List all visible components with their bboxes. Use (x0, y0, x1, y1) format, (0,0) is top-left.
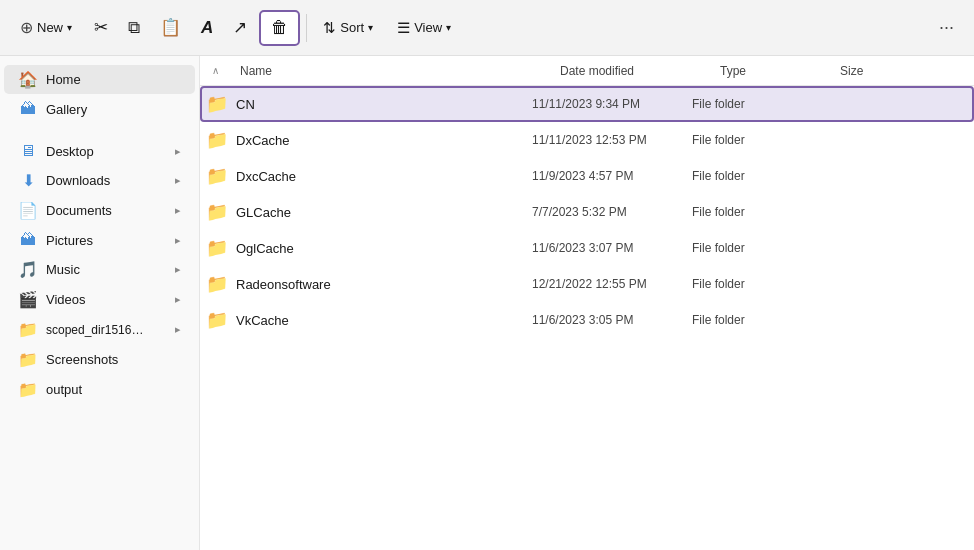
share-icon: ↗ (233, 17, 247, 38)
folder-icon: 📁 (202, 273, 232, 295)
sidebar-item-videos-label: Videos (46, 292, 86, 307)
sort-direction-arrow: ∧ (200, 65, 230, 76)
sidebar-item-gallery[interactable]: 🏔 Gallery (4, 95, 195, 123)
paste-icon: 📋 (160, 17, 181, 38)
view-chevron-icon: ▾ (446, 22, 451, 33)
gallery-icon: 🏔 (18, 100, 38, 118)
paste-button[interactable]: 📋 (152, 11, 189, 44)
column-header-name[interactable]: Name (230, 64, 560, 78)
pictures-pin-icon: ▸ (175, 234, 181, 247)
rename-icon: A (201, 18, 213, 38)
folder-icon: 📁 (202, 309, 232, 331)
cut-icon: ✂ (94, 17, 108, 38)
new-icon: ⊕ (20, 18, 33, 37)
documents-icon: 📄 (18, 201, 38, 220)
desktop-icon: 🖥 (18, 142, 38, 160)
table-row[interactable]: 📁 DxcCache 11/9/2023 4:57 PM File folder (200, 158, 974, 194)
more-button[interactable]: ··· (929, 11, 964, 44)
file-name: DxcCache (232, 169, 532, 184)
downloads-icon: ⬇ (18, 171, 38, 190)
sort-icon: ⇅ (323, 19, 336, 37)
file-name: CN (232, 97, 532, 112)
copy-icon: ⧉ (128, 18, 140, 38)
table-row[interactable]: 📁 DxCache 11/11/2023 12:53 PM File folde… (200, 122, 974, 158)
file-type: File folder (692, 133, 812, 147)
file-date: 12/21/2022 12:55 PM (532, 277, 692, 291)
view-label: View (414, 20, 442, 35)
home-icon: 🏠 (18, 70, 38, 89)
delete-icon: 🗑 (271, 18, 288, 38)
sidebar: 🏠 Home 🏔 Gallery 🖥 Desktop ▸ ⬇ Downloads… (0, 56, 200, 550)
file-date: 11/6/2023 3:07 PM (532, 241, 692, 255)
file-date: 7/7/2023 5:32 PM (532, 205, 692, 219)
output-icon: 📁 (18, 380, 38, 399)
videos-icon: 🎬 (18, 290, 38, 309)
sidebar-item-documents[interactable]: 📄 Documents ▸ (4, 196, 195, 225)
new-chevron-icon: ▾ (67, 22, 72, 33)
sidebar-item-output-label: output (46, 382, 82, 397)
sidebar-item-music[interactable]: 🎵 Music ▸ (4, 255, 195, 284)
sidebar-item-desktop-label: Desktop (46, 144, 94, 159)
file-list: 📁 CN 11/11/2023 9:34 PM File folder 📁 Dx… (200, 86, 974, 550)
file-date: 11/9/2023 4:57 PM (532, 169, 692, 183)
file-type: File folder (692, 277, 812, 291)
file-name: DxCache (232, 133, 532, 148)
sidebar-item-scoped-dir[interactable]: 📁 scoped_dir1516… ▸ (4, 315, 195, 344)
scoped-dir-icon: 📁 (18, 320, 38, 339)
sidebar-item-pictures-label: Pictures (46, 233, 93, 248)
documents-pin-icon: ▸ (175, 204, 181, 217)
sidebar-item-documents-label: Documents (46, 203, 112, 218)
scoped-dir-pin-icon: ▸ (175, 323, 181, 336)
column-header-type[interactable]: Type (720, 64, 840, 78)
sidebar-item-home[interactable]: 🏠 Home (4, 65, 195, 94)
view-button[interactable]: ☰ View ▾ (387, 13, 461, 43)
view-menu-icon: ☰ (397, 19, 410, 37)
column-header-size[interactable]: Size (840, 64, 974, 78)
videos-pin-icon: ▸ (175, 293, 181, 306)
sort-label: Sort (340, 20, 364, 35)
folder-icon: 📁 (202, 201, 232, 223)
share-button[interactable]: ↗ (225, 11, 255, 44)
sidebar-item-screenshots-label: Screenshots (46, 352, 118, 367)
new-label: New (37, 20, 63, 35)
screenshots-icon: 📁 (18, 350, 38, 369)
sidebar-item-videos[interactable]: 🎬 Videos ▸ (4, 285, 195, 314)
new-button[interactable]: ⊕ New ▾ (10, 12, 82, 43)
column-header-date[interactable]: Date modified (560, 64, 720, 78)
file-date: 11/11/2023 12:53 PM (532, 133, 692, 147)
file-date: 11/6/2023 3:05 PM (532, 313, 692, 327)
toolbar: ⊕ New ▾ ✂ ⧉ 📋 A ↗ 🗑 ⇅ Sort ▾ ☰ View ▾ ··… (0, 0, 974, 56)
table-row[interactable]: 📁 VkCache 11/6/2023 3:05 PM File folder (200, 302, 974, 338)
file-name: Radeonsoftware (232, 277, 532, 292)
sidebar-item-screenshots[interactable]: 📁 Screenshots (4, 345, 195, 374)
file-date: 11/11/2023 9:34 PM (532, 97, 692, 111)
table-row[interactable]: 📁 Radeonsoftware 12/21/2022 12:55 PM Fil… (200, 266, 974, 302)
column-header-row: ∧ Name Date modified Type Size (200, 56, 974, 86)
sort-button[interactable]: ⇅ Sort ▾ (313, 13, 383, 43)
sidebar-item-desktop[interactable]: 🖥 Desktop ▸ (4, 137, 195, 165)
folder-icon: 📁 (202, 165, 232, 187)
sidebar-item-output[interactable]: 📁 output (4, 375, 195, 404)
table-row[interactable]: 📁 OglCache 11/6/2023 3:07 PM File folder (200, 230, 974, 266)
file-type: File folder (692, 313, 812, 327)
folder-icon: 📁 (202, 93, 232, 115)
file-type: File folder (692, 169, 812, 183)
music-pin-icon: ▸ (175, 263, 181, 276)
file-name: GLCache (232, 205, 532, 220)
sidebar-item-downloads[interactable]: ⬇ Downloads ▸ (4, 166, 195, 195)
copy-button[interactable]: ⧉ (120, 12, 148, 44)
sidebar-item-pictures[interactable]: 🏔 Pictures ▸ (4, 226, 195, 254)
more-icon: ··· (939, 17, 954, 37)
pictures-icon: 🏔 (18, 231, 38, 249)
delete-button[interactable]: 🗑 (259, 10, 300, 46)
folder-icon: 📁 (202, 237, 232, 259)
main-layout: 🏠 Home 🏔 Gallery 🖥 Desktop ▸ ⬇ Downloads… (0, 56, 974, 550)
table-row[interactable]: 📁 CN 11/11/2023 9:34 PM File folder (200, 86, 974, 122)
sidebar-item-scoped-dir-label: scoped_dir1516… (46, 323, 143, 337)
desktop-pin-icon: ▸ (175, 145, 181, 158)
file-type: File folder (692, 205, 812, 219)
sidebar-separator (0, 124, 199, 136)
table-row[interactable]: 📁 GLCache 7/7/2023 5:32 PM File folder (200, 194, 974, 230)
rename-button[interactable]: A (193, 12, 221, 44)
cut-button[interactable]: ✂ (86, 11, 116, 44)
